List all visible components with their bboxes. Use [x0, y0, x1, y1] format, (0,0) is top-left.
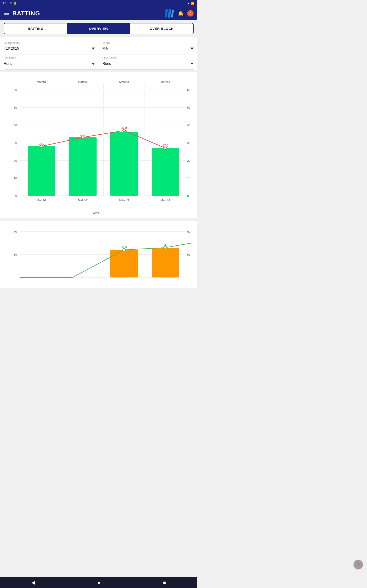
- svg-text:40: 40: [187, 124, 190, 127]
- svg-text:Match3: Match3: [119, 199, 129, 202]
- svg-text:40: 40: [14, 124, 17, 127]
- svg-text:62.0: 62.0: [121, 246, 127, 249]
- svg-text:63.0: 63.0: [163, 243, 168, 247]
- svg-text:50: 50: [187, 253, 190, 256]
- logo-icon: [165, 8, 174, 18]
- svg-text:70: 70: [14, 230, 17, 233]
- app-header: BATTING 🔔 0: [0, 6, 197, 20]
- barchart-label: Bar Chart: [4, 56, 95, 60]
- filter-row-2: Bar Chart Runs Line Chart Runs: [4, 54, 194, 69]
- svg-text:27.0: 27.0: [163, 144, 168, 147]
- team-dropdown-arrow: [190, 48, 194, 50]
- svg-text:Match3: Match3: [119, 80, 129, 84]
- tab-overblock[interactable]: OVER BLOCK: [130, 23, 193, 34]
- signal-icon: 📶: [191, 2, 194, 5]
- notification-bell[interactable]: 🔔: [177, 10, 184, 17]
- svg-text:28.0: 28.0: [39, 142, 44, 145]
- header-left: BATTING: [4, 10, 40, 17]
- svg-text:30: 30: [187, 141, 190, 145]
- linechart-value: Runs: [102, 61, 111, 66]
- svg-text:Match1: Match1: [37, 199, 47, 202]
- competition-select[interactable]: T10 2019: [4, 46, 95, 52]
- linechart-label: Line Chart: [102, 56, 194, 60]
- svg-text:50: 50: [14, 106, 17, 109]
- svg-text:0: 0: [187, 194, 189, 198]
- header-right: 🔔 0: [165, 8, 194, 18]
- svg-text:60: 60: [187, 88, 190, 92]
- bar2-match4: [152, 248, 179, 277]
- time: 4:15: [3, 2, 8, 5]
- filter-row-1: Competition T10 2019 Team MA: [4, 39, 194, 54]
- barchart-filter: Bar Chart Runs: [4, 54, 99, 69]
- svg-text:Match2: Match2: [78, 80, 88, 84]
- svg-text:20: 20: [14, 159, 17, 162]
- svg-text:33.0: 33.0: [80, 133, 85, 137]
- barchart-value: Runs: [4, 61, 12, 66]
- barchart-select[interactable]: Runs: [4, 61, 95, 67]
- chart1-title: Over 1-3: [4, 211, 194, 215]
- svg-rect-1: [168, 9, 171, 18]
- svg-rect-2: [171, 10, 174, 17]
- svg-text:37.0: 37.0: [121, 126, 127, 130]
- svg-text:60: 60: [14, 253, 17, 256]
- tab-batting[interactable]: BATTING: [4, 23, 67, 34]
- notification-count[interactable]: 0: [187, 10, 194, 17]
- svg-text:50: 50: [187, 106, 190, 109]
- linechart-dropdown-arrow: [190, 63, 194, 65]
- chart1-svg: 60 50 40 30 20 10 0 60 50 40 30 20 10 0 …: [4, 76, 192, 209]
- svg-text:Match2: Match2: [78, 199, 88, 202]
- competition-filter: Competition T10 2019: [4, 39, 99, 54]
- svg-text:Match4: Match4: [161, 199, 170, 202]
- svg-rect-0: [165, 9, 168, 17]
- battery-icon: 🔋: [13, 2, 17, 5]
- competition-label: Competition: [4, 41, 95, 44]
- team-select[interactable]: MA: [102, 46, 194, 52]
- team-filter: Team MA: [99, 39, 194, 54]
- svg-text:Match4: Match4: [161, 80, 170, 84]
- team-label: Team: [102, 41, 194, 44]
- linechart-filter: Line Chart Runs: [99, 54, 194, 69]
- page-title: BATTING: [12, 10, 40, 17]
- linechart-select[interactable]: Runs: [102, 61, 194, 67]
- tab-overview[interactable]: OVERVIEW: [67, 23, 130, 34]
- svg-text:30: 30: [14, 141, 17, 145]
- competition-value: T10 2019: [4, 46, 19, 51]
- svg-text:20: 20: [187, 159, 190, 162]
- wifi-icon: ▲: [187, 2, 190, 5]
- svg-text:10: 10: [187, 176, 190, 180]
- chart2-container: 70 60 60 50 62.0 63.0: [0, 221, 197, 288]
- status-left: 4:15 ⚙ 🔋: [3, 2, 17, 5]
- bar-match1: [28, 146, 55, 196]
- status-right: ▲ 📶: [187, 2, 194, 5]
- tab-bar: BATTING OVERVIEW OVER BLOCK: [4, 23, 194, 34]
- svg-text:0: 0: [15, 194, 17, 198]
- bar-match2: [69, 137, 97, 196]
- svg-text:Match1: Match1: [37, 80, 47, 84]
- svg-text:10: 10: [14, 176, 17, 180]
- settings-icon: ⚙: [9, 2, 12, 5]
- barchart-dropdown-arrow: [92, 63, 95, 65]
- bar-match3: [110, 132, 138, 196]
- status-bar: 4:15 ⚙ 🔋 ▲ 📶: [0, 0, 197, 6]
- chart2-svg: 70 60 60 50 62.0 63.0: [4, 225, 192, 284]
- svg-text:60: 60: [14, 88, 17, 92]
- team-value: MA: [102, 46, 108, 51]
- filters-section: Competition T10 2019 Team MA Bar Chart R…: [0, 37, 197, 69]
- bar2-match3: [110, 250, 138, 277]
- competition-dropdown-arrow: [92, 48, 95, 50]
- svg-text:60: 60: [187, 230, 190, 233]
- hamburger-menu[interactable]: [4, 12, 9, 15]
- bar-match4: [152, 148, 179, 196]
- chart1-container: 60 50 40 30 20 10 0 60 50 40 30 20 10 0 …: [0, 72, 197, 218]
